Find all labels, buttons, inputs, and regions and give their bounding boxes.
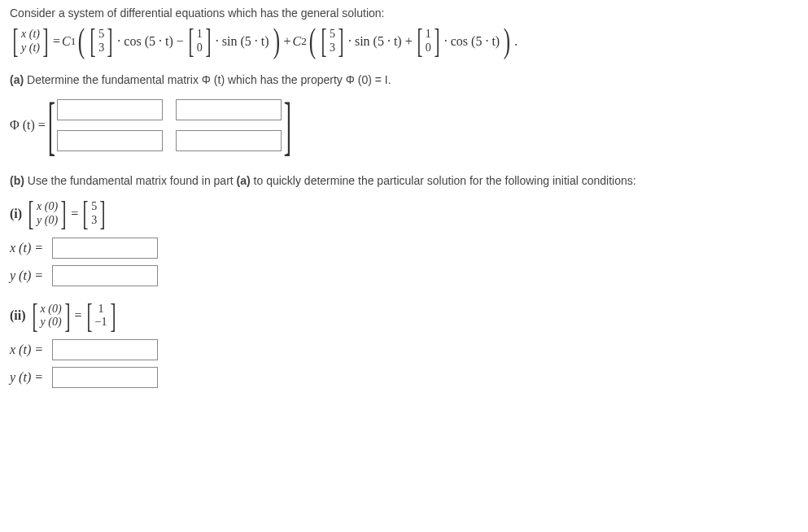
phi-label: Φ (t) = xyxy=(10,118,46,133)
ans-ii-x-input[interactable] xyxy=(52,339,158,360)
phi-matrix-row: Φ (t) = [ ] xyxy=(10,98,798,153)
general-solution-equation: [ x (t) y (t) ] = C1 ( [ 5 3 ] · cos (5 … xyxy=(10,26,798,57)
paren-left: ( xyxy=(78,26,85,57)
paren-right: ) xyxy=(273,26,279,57)
ans-ii-y-input[interactable] xyxy=(52,367,158,388)
ic-ii-row: (ii) [ x (0) y (0) ] = [ 1 −1 ] xyxy=(10,301,798,332)
phi-entry-12[interactable] xyxy=(176,99,282,120)
part-a-prompt: (a) Determine the fundamental matrix Φ (… xyxy=(10,73,798,86)
ic-i-row: (i) [ x (0) y (0) ] = [ 5 3 ] xyxy=(10,198,798,229)
ans-i-y-row: y (t) = xyxy=(10,265,798,286)
ans-ii-y-row: y (t) = xyxy=(10,367,798,388)
bracket-left: [ xyxy=(13,26,19,57)
phi-entry-21[interactable] xyxy=(57,130,163,151)
ans-ii-x-row: x (t) = xyxy=(10,339,798,360)
part-b-prompt: (b) Use the fundamental matrix found in … xyxy=(10,174,798,187)
phi-entry-11[interactable] xyxy=(57,99,163,120)
ans-i-x-row: x (t) = xyxy=(10,238,798,259)
bracket-right: ] xyxy=(42,26,48,57)
phi-entry-22[interactable] xyxy=(176,130,282,151)
intro-text: Consider a system of differential equati… xyxy=(10,7,798,20)
ans-i-x-input[interactable] xyxy=(52,238,158,259)
ans-i-y-input[interactable] xyxy=(52,265,158,286)
